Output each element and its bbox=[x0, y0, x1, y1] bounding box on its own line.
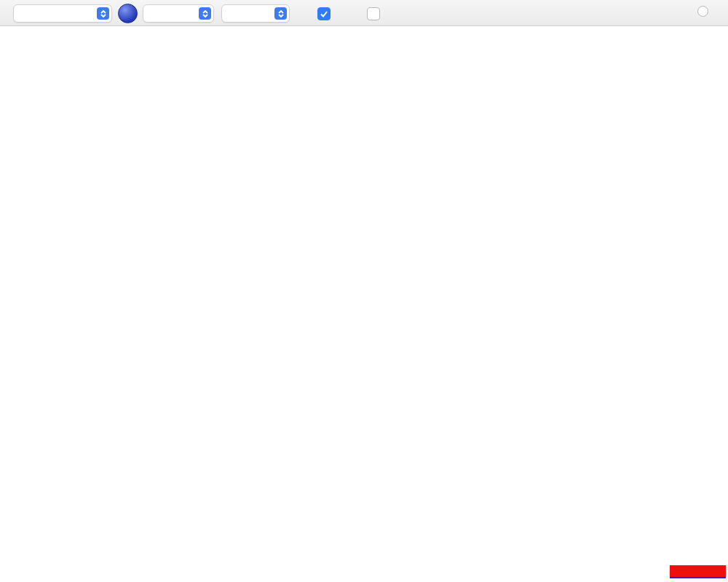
off-toggle[interactable] bbox=[670, 565, 726, 578]
select-stepper-icon bbox=[199, 7, 211, 20]
select-stepper-icon bbox=[274, 7, 287, 20]
toolbar bbox=[0, 0, 728, 26]
app-window bbox=[0, 0, 728, 582]
select-stepper-icon bbox=[97, 7, 109, 20]
help-button[interactable] bbox=[118, 4, 138, 23]
toolbar-radio[interactable] bbox=[697, 6, 708, 17]
cursor-checkbox[interactable] bbox=[367, 7, 380, 20]
check-icon bbox=[318, 8, 330, 20]
chart-type-select[interactable] bbox=[13, 4, 112, 23]
interval-select[interactable] bbox=[221, 4, 290, 23]
guies-checkbox[interactable] bbox=[317, 7, 331, 20]
status-bar bbox=[0, 562, 728, 582]
period-select[interactable] bbox=[143, 4, 214, 23]
